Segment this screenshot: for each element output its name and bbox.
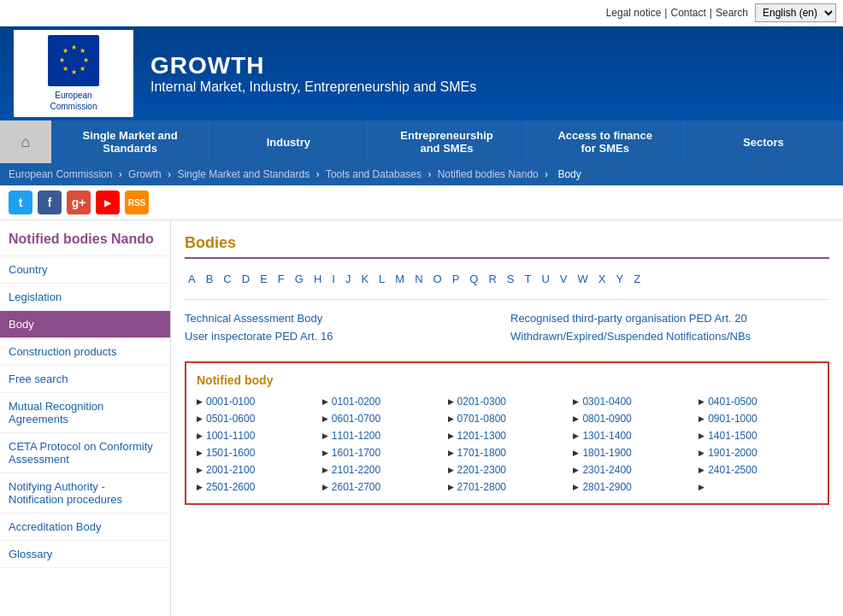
sidebar-item-notifying[interactable]: Notifying Authority - Notification proce… bbox=[0, 473, 170, 513]
nav-access-finance[interactable]: Access to financefor SMEs bbox=[527, 120, 685, 163]
range-1201: 1201-1300 bbox=[448, 430, 567, 442]
youtube-icon[interactable]: ▶ bbox=[96, 191, 120, 214]
notified-box: Notified body 0001-0100 0101-0200 0201-0… bbox=[185, 361, 829, 505]
range-0401: 0401-0500 bbox=[699, 396, 817, 408]
range-2601: 2601-2700 bbox=[322, 481, 441, 493]
range-1001: 1001-1100 bbox=[197, 430, 315, 442]
legal-notice-link[interactable]: Legal notice bbox=[606, 7, 662, 19]
alphabet-row: A B C D E F G H I J K L M N O P Q R S T … bbox=[185, 271, 829, 300]
range-1601: 1601-1700 bbox=[322, 447, 441, 459]
bodies-title: Bodies bbox=[185, 234, 829, 259]
twitter-icon[interactable]: t bbox=[9, 191, 32, 214]
separator-1: | bbox=[664, 7, 667, 19]
breadcrumb-growth[interactable]: Growth bbox=[128, 168, 162, 180]
sidebar-item-mutual[interactable]: Mutual Recognition Agreements bbox=[0, 393, 170, 433]
notified-grid: 0001-0100 0101-0200 0201-0300 0301-0400 … bbox=[197, 396, 817, 493]
svg-text:★: ★ bbox=[71, 44, 77, 51]
facebook-icon[interactable]: f bbox=[38, 191, 62, 214]
range-1101: 1101-1200 bbox=[322, 430, 441, 442]
sidebar-item-country[interactable]: Country bbox=[0, 256, 170, 284]
commission-text: EuropeanCommission bbox=[50, 90, 97, 112]
nav-entrepreneurship[interactable]: Entrepreneurshipand SMEs bbox=[368, 120, 526, 163]
breadcrumb-european-commission[interactable]: European Commission bbox=[9, 168, 112, 180]
language-select[interactable]: English (en) bbox=[755, 3, 836, 22]
nav-industry[interactable]: Industry bbox=[209, 120, 368, 163]
range-2401: 2401-2500 bbox=[699, 464, 817, 476]
link-withdrawn[interactable]: Withdrawn/Expired/Suspended Notification… bbox=[510, 330, 829, 343]
alpha-J[interactable]: J bbox=[342, 271, 355, 287]
nav-single-market[interactable]: Single Market andStandards bbox=[51, 120, 209, 163]
alpha-N[interactable]: N bbox=[411, 271, 426, 287]
alpha-D[interactable]: D bbox=[239, 271, 253, 287]
nav-sectors[interactable]: Sectors bbox=[685, 120, 843, 163]
alpha-R[interactable]: R bbox=[485, 271, 499, 287]
alpha-Y[interactable]: Y bbox=[612, 271, 627, 287]
breadcrumb-body: Body bbox=[557, 168, 581, 180]
site-title: GROWTH bbox=[150, 52, 476, 79]
alpha-E[interactable]: E bbox=[256, 271, 271, 287]
range-0501: 0501-0600 bbox=[197, 413, 315, 425]
sidebar-item-glossary[interactable]: Glossary bbox=[0, 541, 170, 568]
alpha-S[interactable]: S bbox=[504, 271, 518, 287]
alpha-V[interactable]: V bbox=[557, 271, 571, 287]
alpha-O[interactable]: O bbox=[430, 271, 445, 287]
sidebar-item-construction[interactable]: Construction products bbox=[0, 338, 170, 366]
alpha-Z[interactable]: Z bbox=[630, 271, 644, 287]
alpha-L[interactable]: L bbox=[375, 271, 388, 287]
alpha-C[interactable]: C bbox=[220, 271, 234, 287]
contact-link[interactable]: Contact bbox=[670, 7, 705, 19]
sidebar-item-accreditation[interactable]: Accreditation Body bbox=[0, 513, 170, 541]
main-nav: ⌂ Single Market andStandards Industry En… bbox=[0, 120, 843, 163]
social-bar: t f g+ ▶ RSS bbox=[0, 185, 843, 220]
range-2001: 2001-2100 bbox=[197, 464, 315, 476]
alpha-F[interactable]: F bbox=[274, 271, 288, 287]
alpha-K[interactable]: K bbox=[357, 271, 372, 287]
link-recognised-third-party[interactable]: Recognised third-party organisation PED … bbox=[510, 312, 829, 325]
range-empty bbox=[699, 481, 817, 493]
breadcrumb-single-market[interactable]: Single Market and Standards bbox=[177, 168, 309, 180]
alpha-H[interactable]: H bbox=[310, 271, 325, 287]
range-2701: 2701-2800 bbox=[448, 481, 567, 493]
sidebar-item-ceta[interactable]: CETA Protocol on Conformity Assessment bbox=[0, 433, 170, 473]
alpha-X[interactable]: X bbox=[595, 271, 610, 287]
logo-area: ★ ★ ★ ★ ★ ★ ★ ★ EuropeanCommission bbox=[14, 30, 133, 117]
sidebar-title: Notified bodies Nando bbox=[0, 220, 170, 256]
breadcrumb-tools[interactable]: Tools and Databases bbox=[326, 168, 422, 180]
alpha-M[interactable]: M bbox=[392, 271, 408, 287]
gplus-icon[interactable]: g+ bbox=[67, 191, 91, 214]
range-1701: 1701-1800 bbox=[448, 447, 567, 459]
sidebar-item-free-search[interactable]: Free search bbox=[0, 366, 170, 393]
range-0701: 0701-0800 bbox=[448, 413, 567, 425]
link-technical-assessment[interactable]: Technical Assessment Body bbox=[185, 312, 504, 325]
links-col-right: Recognised third-party organisation PED … bbox=[510, 312, 829, 348]
alpha-B[interactable]: B bbox=[203, 271, 217, 287]
header-title: GROWTH Internal Market, Industry, Entrep… bbox=[150, 52, 476, 95]
link-user-inspectorate[interactable]: User inspectorate PED Art. 16 bbox=[185, 330, 504, 343]
breadcrumb: European Commission › Growth › Single Ma… bbox=[0, 163, 843, 185]
sidebar-item-body[interactable]: Body bbox=[0, 311, 170, 338]
top-bar: Legal notice | Contact | Search English … bbox=[0, 0, 843, 26]
alpha-I[interactable]: I bbox=[328, 271, 339, 287]
range-0101: 0101-0200 bbox=[322, 396, 441, 408]
svg-text:★: ★ bbox=[80, 65, 85, 73]
sidebar-item-legislation[interactable]: Legislation bbox=[0, 284, 170, 311]
alpha-P[interactable]: P bbox=[449, 271, 463, 287]
range-0001: 0001-0100 bbox=[197, 396, 315, 408]
alpha-W[interactable]: W bbox=[575, 271, 592, 287]
range-2801: 2801-2900 bbox=[573, 481, 692, 493]
alpha-G[interactable]: G bbox=[292, 271, 307, 287]
alpha-U[interactable]: U bbox=[538, 271, 552, 287]
breadcrumb-notified-bodies[interactable]: Notified bodies Nando bbox=[438, 168, 539, 180]
rss-icon[interactable]: RSS bbox=[125, 191, 149, 214]
range-1501: 1501-1600 bbox=[197, 447, 315, 459]
range-0201: 0201-0300 bbox=[448, 396, 567, 408]
search-label: Search bbox=[716, 7, 748, 19]
header: ★ ★ ★ ★ ★ ★ ★ ★ EuropeanCommission GROWT… bbox=[0, 26, 843, 120]
alpha-T[interactable]: T bbox=[522, 271, 535, 287]
eu-stars-svg: ★ ★ ★ ★ ★ ★ ★ ★ bbox=[52, 39, 95, 82]
alpha-Q[interactable]: Q bbox=[466, 271, 481, 287]
sidebar: Notified bodies Nando Country Legislatio… bbox=[0, 220, 171, 616]
svg-text:★: ★ bbox=[62, 47, 68, 55]
home-button[interactable]: ⌂ bbox=[0, 120, 51, 163]
alpha-A[interactable]: A bbox=[185, 271, 199, 287]
